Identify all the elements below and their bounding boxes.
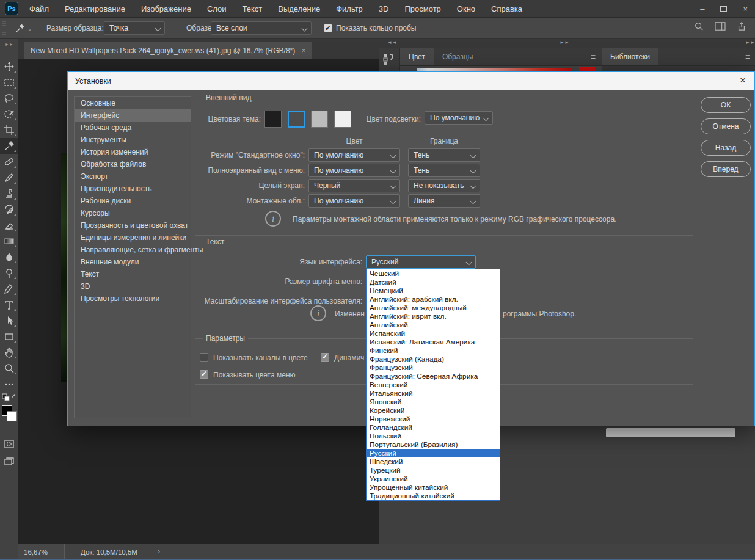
show-sample-ring-checkbox[interactable] <box>324 24 332 32</box>
menu-item[interactable]: Выделение <box>278 4 320 13</box>
edit-toolbar-icon[interactable] <box>0 376 18 392</box>
cancel-button[interactable]: Отмена <box>701 118 751 134</box>
ui-language-option[interactable]: Шведский <box>367 457 500 466</box>
libraries-search-field[interactable] <box>606 428 735 437</box>
ui-language-option[interactable]: Датский <box>367 278 500 286</box>
menu-item[interactable]: Слои <box>207 4 227 13</box>
dialog-close-icon[interactable]: × <box>740 75 746 87</box>
rectangle-tool-icon[interactable] <box>0 329 18 344</box>
preferences-category-item[interactable]: 3D <box>75 280 191 293</box>
dodge-tool-icon[interactable] <box>0 265 18 281</box>
ok-button[interactable]: ОК <box>701 97 751 113</box>
collapse-panels-icon[interactable]: ◄◄ <box>387 40 397 45</box>
preferences-category-item[interactable]: Обработка файлов <box>75 158 191 170</box>
status-options-chevron-icon[interactable]: › <box>158 547 160 556</box>
crop-tool-icon[interactable] <box>0 122 18 138</box>
tab-libraries[interactable]: Библиотеки <box>602 48 658 65</box>
ui-language-option[interactable]: Японский <box>367 398 500 406</box>
ui-language-option[interactable]: Французский: Северная Африка <box>367 372 500 380</box>
quick-mask-icon[interactable] <box>0 436 18 452</box>
eyedropper-tool-icon[interactable] <box>0 138 18 154</box>
dialog-titlebar[interactable]: Установки × <box>68 72 754 90</box>
move-tool-icon[interactable] <box>0 59 18 75</box>
menu-item[interactable]: Файл <box>29 4 49 13</box>
appearance-border-select[interactable]: Тень <box>408 148 480 162</box>
healing-brush-tool-icon[interactable] <box>0 154 18 170</box>
back-button[interactable]: Назад <box>701 140 751 156</box>
menu-item[interactable]: Фильтр <box>336 4 363 13</box>
appearance-border-select[interactable]: Не показывать <box>408 179 480 192</box>
eraser-tool-icon[interactable] <box>0 217 18 233</box>
ui-language-option[interactable]: Английский <box>367 321 500 329</box>
show-channels-in-color-checkbox[interactable] <box>200 353 208 362</box>
preferences-category-item[interactable]: Направляющие, сетка и фрагменты <box>75 244 191 256</box>
ui-language-option[interactable]: Украинский <box>367 475 500 483</box>
preferences-category-item[interactable]: Основные <box>75 97 191 109</box>
ui-language-option[interactable]: Корейский <box>367 406 500 415</box>
zoom-tool-icon[interactable] <box>0 360 18 376</box>
tab-swatches[interactable]: Образцы <box>434 48 481 65</box>
ui-language-option[interactable]: Французский (Канада) <box>367 355 500 363</box>
ui-language-option[interactable]: Турецкий <box>367 466 500 475</box>
ui-language-option[interactable]: Упрощенный китайский <box>367 483 500 492</box>
show-menu-colors-checkbox[interactable] <box>200 370 208 379</box>
tool-preset-caret-icon[interactable]: ⌄ <box>27 26 32 32</box>
blur-tool-icon[interactable] <box>0 249 18 265</box>
default-swap-colors-icon[interactable] <box>0 392 18 402</box>
menu-item[interactable]: Текст <box>243 4 263 13</box>
preferences-category-item[interactable]: Прозрачность и цветовой охват <box>75 219 191 231</box>
object-selection-tool-icon[interactable] <box>0 106 18 122</box>
appearance-color-select[interactable]: По умолчанию <box>308 148 400 162</box>
appearance-color-select[interactable]: По умолчанию <box>308 164 400 177</box>
hand-tool-icon[interactable] <box>0 344 18 360</box>
ui-language-option[interactable]: Польский <box>367 432 500 440</box>
preferences-category-item[interactable]: Единицы измерения и линейки <box>75 231 191 244</box>
ui-language-option[interactable]: Английский: арабский вкл. <box>367 295 500 304</box>
appearance-border-select[interactable]: Тень <box>408 164 480 177</box>
theme-swatch-light[interactable] <box>311 111 328 128</box>
path-selection-tool-icon[interactable] <box>0 313 18 329</box>
preferences-category-item[interactable]: Курсоры <box>75 207 191 219</box>
ui-language-option[interactable]: Традиционный китайский <box>367 492 500 500</box>
ui-language-option[interactable]: Французский <box>367 363 500 372</box>
document-tab[interactable]: New Mixed HD Wallpapers Pack 264_igoryk_… <box>24 42 312 59</box>
menu-item[interactable]: Окно <box>457 4 475 13</box>
ui-language-option[interactable]: Португальский (Бразилия) <box>367 440 500 449</box>
expand-panels-icon[interactable]: ►► <box>560 40 569 45</box>
lasso-tool-icon[interactable] <box>0 90 18 106</box>
preferences-category-item[interactable]: Рабочие диски <box>75 195 191 207</box>
forward-button[interactable]: Вперед <box>701 161 751 177</box>
expand-panels-icon-2[interactable]: ►► <box>745 40 755 45</box>
toolbar-collapse-arrows[interactable]: ►► <box>0 39 18 59</box>
menu-item[interactable]: Справка <box>491 4 522 13</box>
preferences-category-item[interactable]: Рабочая среда <box>75 122 191 134</box>
preferences-category-item[interactable]: Инструменты <box>75 134 191 146</box>
color-panel-menu-icon[interactable]: ≡ <box>591 52 596 62</box>
ui-language-option[interactable]: Английский: иврит вкл. <box>367 312 500 321</box>
share-icon[interactable] <box>737 21 746 31</box>
screen-mode-icon[interactable] <box>0 454 18 470</box>
theme-swatch-lightest[interactable] <box>334 111 351 128</box>
appearance-color-select[interactable]: Черный <box>308 179 400 192</box>
ui-language-select[interactable]: Русский <box>366 255 476 269</box>
ui-language-option[interactable]: Испанский <box>367 329 500 338</box>
ui-language-option[interactable]: Финский <box>367 346 500 355</box>
minimize-button[interactable]: – <box>700 4 704 13</box>
menu-item[interactable]: Просмотр <box>404 4 440 13</box>
sample-select[interactable]: Все слои <box>211 21 312 35</box>
current-tool-eyedropper-icon[interactable]: ⌄ <box>15 21 39 35</box>
dynamic-sliders-checkbox[interactable] <box>321 353 329 362</box>
ui-language-option[interactable]: Английский: международный <box>367 304 500 312</box>
ui-language-option[interactable]: Испанский: Латинская Америка <box>367 338 500 346</box>
marquee-tool-icon[interactable] <box>0 75 18 90</box>
maximize-button[interactable] <box>720 6 727 12</box>
sample-size-select[interactable]: Точка <box>104 21 165 35</box>
highlight-color-select[interactable]: По умолчанию <box>425 111 493 125</box>
foreground-background-swatches[interactable] <box>0 404 18 432</box>
menu-item[interactable]: 3D <box>379 4 389 13</box>
preferences-category-item[interactable]: Текст <box>75 268 191 280</box>
preferences-category-item[interactable]: Просмотры технологии <box>75 293 191 305</box>
appearance-border-select[interactable]: Линия <box>408 194 480 208</box>
preferences-category-item[interactable]: История изменений <box>75 146 191 158</box>
history-brush-tool-icon[interactable] <box>0 202 18 217</box>
